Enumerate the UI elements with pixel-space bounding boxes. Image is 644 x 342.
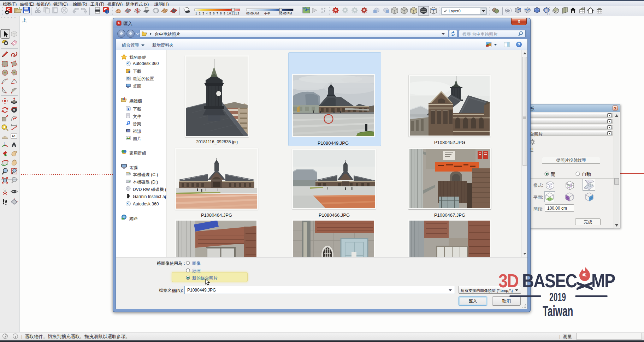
svg-text:05:05 PM: 05:05 PM (279, 12, 292, 15)
svg-text:i: i (107, 10, 108, 13)
svg-text:1 2 3 4 5 6 7 8 9 101112: 1 2 3 4 5 6 7 8 9 101112 (195, 12, 239, 15)
svg-text:中午: 中午 (264, 12, 271, 15)
svg-text:A1: A1 (12, 134, 16, 138)
svg-text:06:09 AM: 06:09 AM (246, 12, 259, 15)
svg-text:Layer0: Layer0 (449, 9, 461, 13)
